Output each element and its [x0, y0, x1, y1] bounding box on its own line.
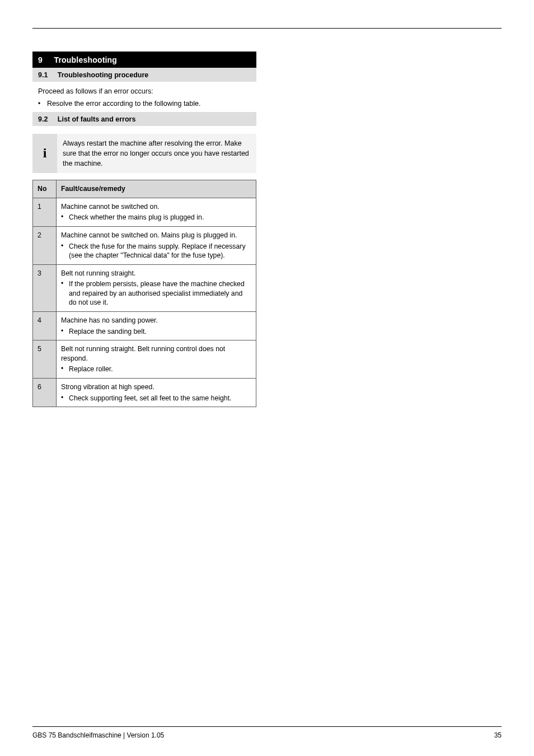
main-column: 9 Troubleshooting 9.1 Troubleshooting pr… — [32, 52, 256, 407]
remedy-list: Replace the sanding belt. — [61, 327, 251, 337]
intro-bullet: Resolve the error according to the follo… — [38, 99, 251, 109]
fault-text: Strong vibration at high speed. — [61, 382, 251, 392]
table-row: 1Machine cannot be switched on.Check whe… — [33, 198, 256, 226]
remedy-list: Check supporting feet, set all feet to t… — [61, 394, 251, 403]
info-note: i Always restart the machine after resol… — [32, 134, 256, 173]
subsection-number: 9.1 — [38, 71, 48, 79]
table-row: 3Belt not running straight.If the proble… — [33, 264, 256, 311]
info-note-text: Always restart the machine after resolvi… — [57, 134, 256, 173]
header-rule — [32, 28, 502, 29]
fault-text: Machine cannot be switched on. Mains plu… — [61, 231, 251, 240]
remedy-item: If the problem persists, please have the… — [61, 279, 251, 307]
subsection-heading: 9.1 Troubleshooting procedure — [32, 68, 256, 82]
intro-bullet-list: Resolve the error according to the follo… — [32, 98, 256, 112]
table-subsection-title: List of faults and errors — [58, 115, 136, 123]
page-footer: GBS 75 Bandschleifmaschine | Version 1.0… — [32, 731, 502, 739]
fault-text: Machine has no sanding power. — [61, 316, 251, 325]
remedy-item: Replace roller. — [61, 365, 251, 374]
intro-text: Proceed as follows if an error occurs: — [32, 82, 256, 98]
fault-code: 5 — [33, 340, 57, 379]
footer-left: GBS 75 Bandschleifmaschine | Version 1.0… — [32, 731, 164, 739]
fault-text: Belt not running straight. Belt running … — [61, 344, 251, 363]
fault-description: Machine cannot be switched on.Check whet… — [57, 198, 256, 226]
fault-description: Belt not running straight. Belt running … — [57, 340, 256, 379]
info-icon: i — [32, 134, 57, 173]
fault-description: Strong vibration at high speed.Check sup… — [57, 379, 256, 407]
fault-code: 3 — [33, 264, 57, 311]
table-row: 4Machine has no sanding power.Replace th… — [33, 312, 256, 340]
col-header-cause: Fault/cause/remedy — [57, 180, 256, 198]
fault-code: 2 — [33, 226, 57, 264]
fault-text: Machine cannot be switched on. — [61, 202, 251, 212]
remedy-item: Check the fuse for the mains supply. Rep… — [61, 242, 251, 260]
fault-description: Machine has no sanding power.Replace the… — [57, 312, 256, 340]
table-subsection-heading: 9.2 List of faults and errors — [32, 112, 256, 126]
remedy-list: Check whether the mains plug is plugged … — [61, 213, 251, 222]
subsection-title: Troubleshooting procedure — [58, 71, 149, 79]
section-title: Troubleshooting — [54, 55, 117, 64]
col-header-no: No — [33, 180, 57, 198]
remedy-list: Replace roller. — [61, 365, 251, 374]
fault-code: 4 — [33, 312, 57, 340]
remedy-item: Check whether the mains plug is plugged … — [61, 213, 251, 222]
fault-text: Belt not running straight. — [61, 269, 251, 278]
remedy-list: Check the fuse for the mains supply. Rep… — [61, 242, 251, 260]
table-row: 6Strong vibration at high speed.Check su… — [33, 379, 256, 407]
table-row: 5Belt not running straight. Belt running… — [33, 340, 256, 379]
section-number: 9 — [38, 55, 43, 64]
remedy-item: Check supporting feet, set all feet to t… — [61, 394, 251, 403]
table-subsection-number: 9.2 — [38, 115, 48, 123]
fault-code: 1 — [33, 198, 57, 226]
footer-rule — [32, 726, 502, 727]
section-heading: 9 Troubleshooting — [32, 52, 256, 68]
fault-description: Machine cannot be switched on. Mains plu… — [57, 226, 256, 264]
remedy-list: If the problem persists, please have the… — [61, 279, 251, 307]
remedy-item: Replace the sanding belt. — [61, 327, 251, 337]
fault-code: 6 — [33, 379, 57, 407]
footer-right: 35 — [494, 731, 502, 739]
fault-description: Belt not running straight.If the problem… — [57, 264, 256, 311]
fault-table: No Fault/cause/remedy 1Machine cannot be… — [32, 180, 256, 407]
table-row: 2Machine cannot be switched on. Mains pl… — [33, 226, 256, 264]
